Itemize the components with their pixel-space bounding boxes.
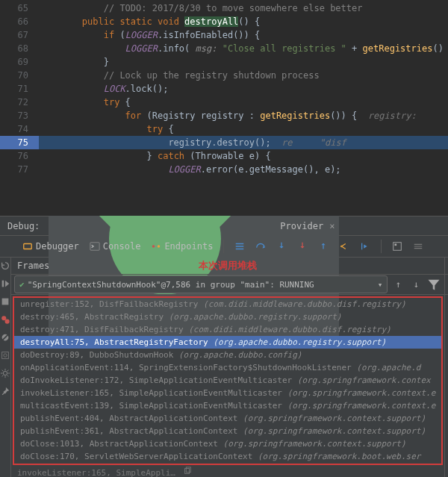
svg-rect-4 [24, 244, 32, 249]
stack-frame[interactable]: doInvokeListener:172, SimpleApplicationE… [14, 374, 441, 387]
copy-icon[interactable] [183, 467, 192, 476]
stack-frame[interactable]: destroy:465, AbstractRegistry (org.apach… [14, 311, 441, 323]
check-icon: ✔ [19, 280, 25, 290]
stop-icon[interactable] [0, 296, 10, 307]
mute-breakpoints-icon[interactable] [0, 332, 10, 343]
debug-label: Debug: [7, 221, 40, 231]
console-icon [90, 241, 100, 252]
filter-icon[interactable] [426, 277, 441, 292]
drop-frame-icon[interactable] [339, 241, 349, 252]
step-out-icon[interactable] [318, 241, 329, 252]
rerun-icon[interactable] [0, 261, 10, 271]
debugger-icon [22, 241, 33, 252]
code-area[interactable]: // TODO: 2017/8/30 to move somewhere els… [39, 0, 448, 176]
resume-icon[interactable] [0, 278, 10, 289]
run-to-cursor-icon[interactable] [360, 241, 370, 252]
debug-toolwindow-header: Debug: Provider × [0, 216, 448, 236]
svg-rect-9 [393, 243, 402, 251]
step-over-icon[interactable] [255, 241, 266, 252]
frames-list[interactable]: unregister:152, DisfFailbackRegistry (co… [13, 296, 443, 465]
stack-frame[interactable]: doDestroy:89, DubboShutdownHook (org.apa… [14, 349, 441, 361]
stack-frame[interactable]: unregister:152, DisfFailbackRegistry (co… [14, 298, 441, 311]
force-step-into-icon[interactable] [297, 241, 308, 252]
stack-frame[interactable]: multicastEvent:139, SimpleApplicationEve… [14, 399, 441, 412]
frames-panel: Frames 本次调用堆栈 ✔ "SpringContextShutdownHo… [11, 258, 445, 477]
variables-panel: Varia + − [445, 258, 448, 477]
get-thread-dump-icon[interactable] [0, 350, 10, 361]
line-number-gutter: 65666768697071727374757677 [0, 0, 39, 176]
tab-endpoints[interactable]: Endpoints [151, 241, 213, 252]
prev-frame-icon[interactable]: ↑ [391, 277, 405, 292]
svg-point-6 [152, 245, 155, 248]
svg-rect-11 [2, 281, 4, 287]
next-frame-icon[interactable]: ↓ [408, 277, 423, 292]
endpoints-icon [151, 241, 161, 252]
svg-rect-5 [90, 243, 99, 251]
frames-title: Frames [17, 261, 49, 271]
breadcrumb-bar[interactable]: invokeListener:165, SimpleAppli… [11, 467, 444, 477]
stack-frame[interactable]: publishEvent:361, AbstractApplicationCon… [14, 425, 441, 437]
debugger-body: Frames 本次调用堆栈 ✔ "SpringContextShutdownHo… [0, 258, 448, 477]
annotation-overlay: 本次调用堆栈 [199, 259, 257, 272]
separator [381, 240, 382, 253]
svg-point-13 [1, 316, 6, 320]
thread-selector-row: ✔ "SpringContextShutdownHook"@7,586 in g… [11, 274, 444, 295]
svg-rect-10 [395, 244, 397, 246]
separator [223, 240, 224, 253]
svg-rect-20 [184, 469, 189, 474]
stack-frame[interactable]: publishEvent:404, AbstractApplicationCon… [14, 412, 441, 425]
settings-icon[interactable] [0, 368, 10, 378]
debug-left-rail [0, 258, 11, 477]
stack-frame[interactable]: destroyAll:75, AbstractRegistryFactory (… [14, 336, 441, 349]
svg-point-19 [3, 371, 7, 375]
stack-frame[interactable]: onApplicationEvent:114, SpringExtensionF… [14, 361, 441, 374]
code-editor[interactable]: 65666768697071727374757677 // TODO: 2017… [0, 0, 448, 216]
trace-current-stream-chain-icon[interactable] [413, 241, 423, 252]
svg-rect-17 [2, 352, 9, 359]
show-execution-point-icon[interactable] [234, 241, 245, 252]
close-icon[interactable]: × [329, 221, 335, 231]
pin-icon[interactable] [0, 386, 10, 396]
stack-frame[interactable]: destroy:471, DisfFailbackRegistry (com.d… [14, 323, 441, 336]
svg-rect-12 [2, 299, 9, 305]
stack-frame[interactable]: doClose:1013, AbstractApplicationContext… [14, 437, 441, 450]
svg-point-7 [158, 245, 161, 248]
chevron-down-icon: ▾ [378, 280, 383, 290]
svg-rect-21 [186, 467, 190, 473]
svg-point-14 [5, 319, 10, 324]
step-into-icon[interactable] [276, 241, 287, 252]
thread-dropdown[interactable]: ✔ "SpringContextShutdownHook"@7,586 in g… [14, 275, 388, 293]
tab-console[interactable]: Console [90, 241, 141, 252]
stack-frame[interactable]: run:949, AbstractApplicationContext$1 (o… [14, 463, 441, 465]
stack-frame[interactable]: doClose:170, ServletWebServerApplication… [14, 450, 441, 463]
tab-debugger[interactable]: Debugger [22, 241, 79, 252]
stack-frame[interactable]: invokeListener:165, SimpleApplicationEve… [14, 387, 441, 399]
svg-point-18 [4, 354, 7, 357]
evaluate-expression-icon[interactable] [392, 241, 402, 252]
run-config-name: Provider [280, 221, 323, 231]
view-breakpoints-icon[interactable] [0, 314, 10, 325]
